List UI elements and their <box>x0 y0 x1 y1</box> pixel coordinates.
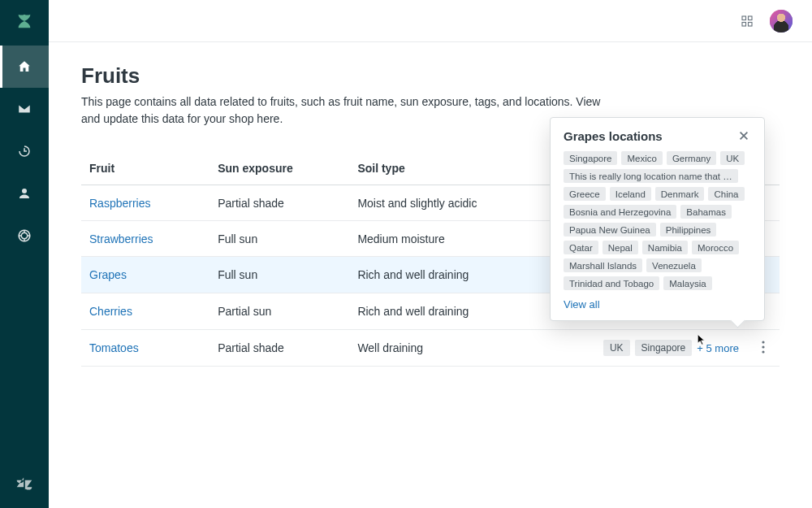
fruit-link[interactable]: Cherries <box>89 305 132 318</box>
cell-soil: Rich and well draining <box>349 293 536 330</box>
location-tag: Germany <box>667 151 716 165</box>
sidebar-nav <box>0 0 49 508</box>
location-tag: China <box>708 187 744 201</box>
location-tag: Namibia <box>642 241 688 254</box>
svg-rect-1 <box>749 16 753 20</box>
brand-logo <box>0 0 49 42</box>
location-tag: Singapore <box>635 340 693 356</box>
location-tag: Bosnia and Herzegovina <box>564 205 676 219</box>
nav-inbox[interactable] <box>0 88 49 130</box>
popover-title: Grapes locations <box>564 129 663 143</box>
location-tag: Mexico <box>621 151 662 165</box>
cell-sun: Full sun <box>209 257 349 293</box>
location-tag: Venezuela <box>646 258 702 272</box>
nav-home[interactable] <box>0 46 49 88</box>
svg-rect-2 <box>742 22 746 26</box>
fruit-link[interactable]: Raspberries <box>89 197 150 210</box>
page-description: This page contains all data related to f… <box>81 93 601 128</box>
location-tag: Marshall Islands <box>564 258 642 272</box>
location-tag: Denmark <box>655 187 705 201</box>
location-tag: Singapore <box>564 151 617 165</box>
cell-soil: Moist and slightly acidic <box>349 185 536 221</box>
location-tag: Nepal <box>603 241 638 254</box>
cell-sun: Full sun <box>209 221 349 257</box>
location-tag: Iceland <box>610 187 651 201</box>
location-tag: Morocco <box>692 241 739 254</box>
th-sun: Sun exposure <box>209 152 349 185</box>
page-title: Fruits <box>81 63 780 89</box>
location-tag: Philippines <box>660 223 717 237</box>
page-content: Fruits This page contains all data relat… <box>49 42 812 508</box>
apps-grid-icon[interactable] <box>739 13 755 29</box>
location-tag: Papua New Guinea <box>564 223 656 237</box>
svg-point-18 <box>762 350 764 353</box>
cell-locations: UKSingapore+ 5 more <box>537 330 747 367</box>
location-tag: Qatar <box>564 241 598 254</box>
location-tag: Bahamas <box>680 205 732 219</box>
nav-users[interactable] <box>0 172 49 215</box>
view-all-link[interactable]: View all <box>564 298 751 310</box>
location-tag: Greece <box>564 187 606 201</box>
cell-soil: Rich and well draining <box>349 257 536 293</box>
location-tag: Malaysia <box>663 276 711 290</box>
cell-sun: Partial shade <box>209 330 349 367</box>
svg-point-16 <box>762 341 764 343</box>
location-tag: UK <box>720 151 745 165</box>
locations-popover: Grapes locations SingaporeMexicoGermanyU… <box>550 117 765 321</box>
svg-rect-0 <box>742 16 746 20</box>
cell-soil: Medium moisture <box>349 221 536 257</box>
nav-zendesk-icon[interactable] <box>0 467 49 500</box>
th-fruit: Fruit <box>81 152 209 185</box>
cell-sun: Partial shade <box>209 185 349 221</box>
close-icon[interactable] <box>738 130 751 143</box>
main-area: Fruits This page contains all data relat… <box>49 0 812 508</box>
svg-point-17 <box>762 345 764 348</box>
fruit-link[interactable]: Grapes <box>89 268 127 281</box>
cell-soil: Well draining <box>349 330 536 367</box>
row-actions-icon[interactable] <box>755 341 771 356</box>
svg-rect-3 <box>749 22 753 26</box>
nav-history[interactable] <box>0 130 49 172</box>
location-tag: This is really long location name that r… <box>564 169 738 183</box>
fruit-link[interactable]: Strawberries <box>89 232 153 245</box>
more-locations-link[interactable]: + 5 more <box>697 342 739 354</box>
location-tag: Trinidad and Tobago <box>564 276 659 290</box>
topbar <box>49 0 812 42</box>
popover-tags: SingaporeMexicoGermanyUKThis is really l… <box>564 151 751 290</box>
cell-sun: Partial sun <box>209 293 349 330</box>
th-soil: Soil type <box>349 152 536 185</box>
nav-help[interactable] <box>0 215 49 257</box>
fruit-link[interactable]: Tomatoes <box>89 341 139 354</box>
table-row: TomatoesPartial shadeWell drainingUKSing… <box>81 330 780 367</box>
location-tag: UK <box>603 340 630 356</box>
user-avatar[interactable] <box>770 10 793 33</box>
